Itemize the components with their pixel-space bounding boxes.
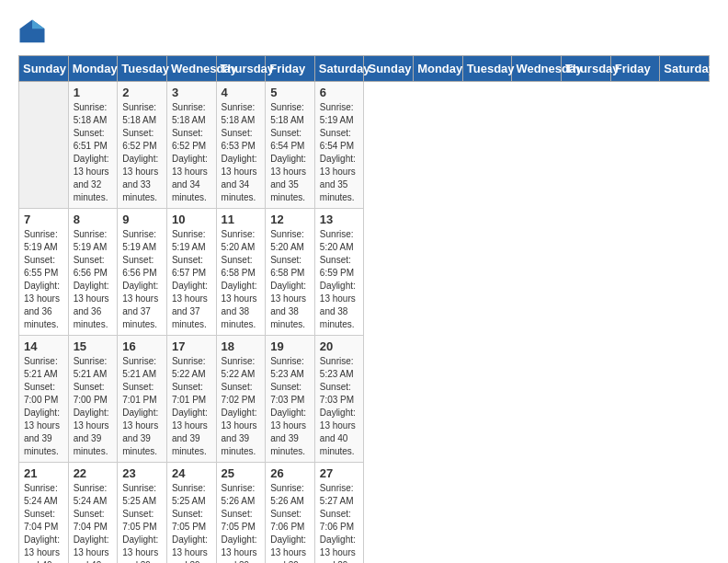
header-friday: Friday <box>610 56 660 82</box>
calendar-cell: 7Sunrise: 5:19 AMSunset: 6:55 PMDaylight… <box>19 209 69 336</box>
calendar-cell: 3Sunrise: 5:18 AMSunset: 6:52 PMDaylight… <box>166 82 216 209</box>
calendar-cell: 11Sunrise: 5:20 AMSunset: 6:58 PMDayligh… <box>216 209 266 336</box>
day-number: 11 <box>222 213 261 226</box>
day-number: 18 <box>222 339 261 353</box>
logo <box>18 18 50 46</box>
day-number: 13 <box>320 213 359 226</box>
cell-info: Sunrise: 5:18 AMSunset: 6:54 PMDaylight:… <box>270 101 310 204</box>
calendar-cell: 10Sunrise: 5:19 AMSunset: 6:57 PMDayligh… <box>166 209 216 336</box>
cell-info: Sunrise: 5:24 AMSunset: 7:04 PMDaylight:… <box>74 482 113 563</box>
header-wednesday: Wednesday <box>166 56 216 82</box>
day-number: 8 <box>74 213 113 226</box>
header-sunday: Sunday <box>19 56 69 82</box>
day-number: 1 <box>74 86 113 99</box>
day-number: 27 <box>320 466 359 480</box>
day-number: 10 <box>172 213 211 226</box>
cell-info: Sunrise: 5:18 AMSunset: 6:51 PMDaylight:… <box>74 101 113 204</box>
day-number: 14 <box>24 339 63 353</box>
day-number: 17 <box>172 339 211 353</box>
cell-info: Sunrise: 5:26 AMSunset: 7:05 PMDaylight:… <box>222 482 261 563</box>
day-number: 15 <box>74 339 113 353</box>
cell-info: Sunrise: 5:18 AMSunset: 6:53 PMDaylight:… <box>222 101 261 204</box>
day-number: 4 <box>222 86 261 99</box>
calendar-cell: 17Sunrise: 5:22 AMSunset: 7:01 PMDayligh… <box>166 336 216 463</box>
cell-info: Sunrise: 5:25 AMSunset: 7:05 PMDaylight:… <box>122 482 162 563</box>
cell-info: Sunrise: 5:23 AMSunset: 7:03 PMDaylight:… <box>320 355 359 458</box>
header-wednesday: Wednesday <box>512 56 562 82</box>
header-tuesday: Tuesday <box>118 56 167 82</box>
calendar-week-row: 14Sunrise: 5:21 AMSunset: 7:00 PMDayligh… <box>19 336 710 463</box>
calendar-cell: 13Sunrise: 5:20 AMSunset: 6:59 PMDayligh… <box>314 209 364 336</box>
calendar-cell: 4Sunrise: 5:18 AMSunset: 6:53 PMDaylight… <box>216 82 266 209</box>
day-number: 24 <box>172 466 211 480</box>
day-number: 20 <box>320 339 359 353</box>
calendar-cell: 9Sunrise: 5:19 AMSunset: 6:56 PMDaylight… <box>118 209 167 336</box>
cell-info: Sunrise: 5:22 AMSunset: 7:01 PMDaylight:… <box>172 355 211 458</box>
header-tuesday: Tuesday <box>462 56 512 82</box>
calendar-cell: 21Sunrise: 5:24 AMSunset: 7:04 PMDayligh… <box>19 463 69 564</box>
calendar-cell: 12Sunrise: 5:20 AMSunset: 6:58 PMDayligh… <box>266 209 315 336</box>
cell-info: Sunrise: 5:19 AMSunset: 6:56 PMDaylight:… <box>122 228 162 331</box>
calendar-cell: 24Sunrise: 5:25 AMSunset: 7:05 PMDayligh… <box>166 463 216 564</box>
day-number: 6 <box>320 86 359 99</box>
header-saturday: Saturday <box>314 56 364 82</box>
cell-info: Sunrise: 5:25 AMSunset: 7:05 PMDaylight:… <box>172 482 211 563</box>
calendar-cell: 8Sunrise: 5:19 AMSunset: 6:56 PMDaylight… <box>68 209 118 336</box>
cell-info: Sunrise: 5:19 AMSunset: 6:54 PMDaylight:… <box>320 101 359 204</box>
day-number: 21 <box>24 466 63 480</box>
calendar-cell: 27Sunrise: 5:27 AMSunset: 7:06 PMDayligh… <box>314 463 364 564</box>
calendar-week-row: 21Sunrise: 5:24 AMSunset: 7:04 PMDayligh… <box>19 463 710 564</box>
header-monday: Monday <box>68 56 118 82</box>
calendar-cell: 5Sunrise: 5:18 AMSunset: 6:54 PMDaylight… <box>266 82 315 209</box>
day-number: 12 <box>270 213 310 226</box>
cell-info: Sunrise: 5:24 AMSunset: 7:04 PMDaylight:… <box>24 482 63 563</box>
day-number: 3 <box>172 86 211 99</box>
day-number: 7 <box>24 213 63 226</box>
header-thursday: Thursday <box>216 56 266 82</box>
calendar-cell: 20Sunrise: 5:23 AMSunset: 7:03 PMDayligh… <box>314 336 364 463</box>
day-number: 5 <box>270 86 310 99</box>
day-number: 23 <box>122 466 162 480</box>
cell-info: Sunrise: 5:21 AMSunset: 7:01 PMDaylight:… <box>122 355 162 458</box>
cell-info: Sunrise: 5:18 AMSunset: 6:52 PMDaylight:… <box>122 101 162 204</box>
calendar-cell: 2Sunrise: 5:18 AMSunset: 6:52 PMDaylight… <box>118 82 167 209</box>
calendar-cell: 26Sunrise: 5:26 AMSunset: 7:06 PMDayligh… <box>266 463 315 564</box>
day-number: 22 <box>74 466 113 480</box>
calendar-cell: 16Sunrise: 5:21 AMSunset: 7:01 PMDayligh… <box>118 336 167 463</box>
calendar-cell: 6Sunrise: 5:19 AMSunset: 6:54 PMDaylight… <box>314 82 364 209</box>
calendar-cell: 25Sunrise: 5:26 AMSunset: 7:05 PMDayligh… <box>216 463 266 564</box>
cell-info: Sunrise: 5:19 AMSunset: 6:55 PMDaylight:… <box>24 228 63 331</box>
cell-info: Sunrise: 5:20 AMSunset: 6:58 PMDaylight:… <box>270 228 310 331</box>
calendar-cell: 14Sunrise: 5:21 AMSunset: 7:00 PMDayligh… <box>19 336 69 463</box>
day-number: 9 <box>122 213 162 226</box>
calendar-cell: 23Sunrise: 5:25 AMSunset: 7:05 PMDayligh… <box>118 463 167 564</box>
cell-info: Sunrise: 5:22 AMSunset: 7:02 PMDaylight:… <box>222 355 261 458</box>
day-number: 25 <box>222 466 261 480</box>
calendar-cell: 19Sunrise: 5:23 AMSunset: 7:03 PMDayligh… <box>266 336 315 463</box>
cell-info: Sunrise: 5:27 AMSunset: 7:06 PMDaylight:… <box>320 482 359 563</box>
cell-info: Sunrise: 5:19 AMSunset: 6:56 PMDaylight:… <box>74 228 113 331</box>
calendar-header-row: SundayMondayTuesdayWednesdayThursdayFrid… <box>19 56 710 82</box>
day-number: 2 <box>122 86 162 99</box>
day-number: 16 <box>122 339 162 353</box>
page-header <box>18 18 710 46</box>
cell-info: Sunrise: 5:20 AMSunset: 6:59 PMDaylight:… <box>320 228 359 331</box>
header-monday: Monday <box>414 56 463 82</box>
calendar-table: SundayMondayTuesdayWednesdayThursdayFrid… <box>18 55 710 563</box>
calendar-cell: 1Sunrise: 5:18 AMSunset: 6:51 PMDaylight… <box>68 82 118 209</box>
cell-info: Sunrise: 5:23 AMSunset: 7:03 PMDaylight:… <box>270 355 310 458</box>
cell-info: Sunrise: 5:26 AMSunset: 7:06 PMDaylight:… <box>270 482 310 563</box>
calendar-cell: 22Sunrise: 5:24 AMSunset: 7:04 PMDayligh… <box>68 463 118 564</box>
calendar-cell: 18Sunrise: 5:22 AMSunset: 7:02 PMDayligh… <box>216 336 266 463</box>
cell-info: Sunrise: 5:18 AMSunset: 6:52 PMDaylight:… <box>172 101 211 204</box>
svg-marker-1 <box>32 20 45 29</box>
cell-info: Sunrise: 5:21 AMSunset: 7:00 PMDaylight:… <box>74 355 113 458</box>
logo-icon <box>18 18 46 46</box>
calendar-week-row: 1Sunrise: 5:18 AMSunset: 6:51 PMDaylight… <box>19 82 710 209</box>
cell-info: Sunrise: 5:20 AMSunset: 6:58 PMDaylight:… <box>222 228 261 331</box>
calendar-week-row: 7Sunrise: 5:19 AMSunset: 6:55 PMDaylight… <box>19 209 710 336</box>
day-number: 26 <box>270 466 310 480</box>
calendar-cell: 15Sunrise: 5:21 AMSunset: 7:00 PMDayligh… <box>68 336 118 463</box>
cell-info: Sunrise: 5:21 AMSunset: 7:00 PMDaylight:… <box>24 355 63 458</box>
day-number: 19 <box>270 339 310 353</box>
